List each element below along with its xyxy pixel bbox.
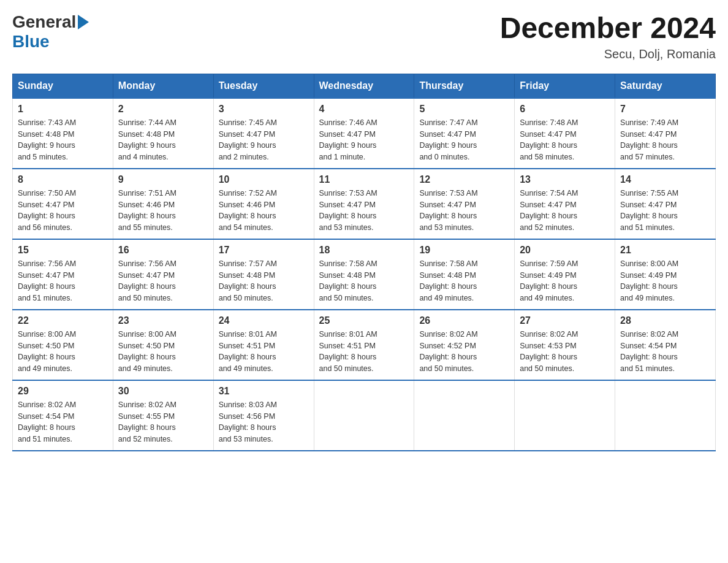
day-number: 19 (419, 245, 509, 256)
calendar-day-cell: 24Sunrise: 8:01 AMSunset: 4:51 PMDayligh… (213, 310, 314, 380)
day-info: Sunrise: 7:59 AMSunset: 4:49 PMDaylight:… (520, 258, 610, 304)
day-number: 29 (18, 386, 108, 397)
day-info: Sunrise: 8:00 AMSunset: 4:50 PMDaylight:… (118, 329, 208, 375)
calendar-day-cell: 5Sunrise: 7:47 AMSunset: 4:47 PMDaylight… (414, 98, 515, 169)
logo-blue-text: Blue (12, 32, 50, 51)
day-number: 6 (520, 104, 610, 115)
day-info: Sunrise: 8:02 AMSunset: 4:53 PMDaylight:… (520, 329, 610, 375)
logo: General Blue (12, 12, 89, 52)
day-number: 8 (18, 174, 108, 185)
day-number: 21 (620, 245, 710, 256)
title-section: December 2024 Secu, Dolj, Romania (500, 12, 716, 61)
calendar-day-cell (615, 380, 716, 451)
day-number: 7 (620, 104, 710, 115)
day-number: 1 (18, 104, 108, 115)
day-info: Sunrise: 7:58 AMSunset: 4:48 PMDaylight:… (419, 258, 509, 304)
day-number: 23 (118, 315, 208, 326)
calendar-day-cell: 28Sunrise: 8:02 AMSunset: 4:54 PMDayligh… (615, 310, 716, 380)
day-number: 3 (219, 104, 309, 115)
calendar-day-cell: 9Sunrise: 7:51 AMSunset: 4:46 PMDaylight… (113, 169, 213, 239)
day-number: 5 (419, 104, 509, 115)
calendar-week-row: 15Sunrise: 7:56 AMSunset: 4:47 PMDayligh… (13, 239, 716, 310)
calendar-day-cell (314, 380, 414, 451)
logo-arrow-icon (78, 15, 89, 29)
day-info: Sunrise: 7:46 AMSunset: 4:47 PMDaylight:… (319, 117, 409, 163)
day-info: Sunrise: 7:51 AMSunset: 4:46 PMDaylight:… (118, 188, 208, 234)
day-info: Sunrise: 7:56 AMSunset: 4:47 PMDaylight:… (118, 258, 208, 304)
day-number: 4 (319, 104, 409, 115)
calendar-day-cell: 1Sunrise: 7:43 AMSunset: 4:48 PMDaylight… (13, 98, 113, 169)
day-info: Sunrise: 7:55 AMSunset: 4:47 PMDaylight:… (620, 188, 710, 234)
day-info: Sunrise: 7:45 AMSunset: 4:47 PMDaylight:… (219, 117, 309, 163)
col-wednesday: Wednesday (314, 74, 414, 98)
day-info: Sunrise: 7:58 AMSunset: 4:48 PMDaylight:… (319, 258, 409, 304)
col-friday: Friday (515, 74, 615, 98)
day-info: Sunrise: 8:00 AMSunset: 4:50 PMDaylight:… (18, 329, 108, 375)
calendar-day-cell: 13Sunrise: 7:54 AMSunset: 4:47 PMDayligh… (515, 169, 615, 239)
calendar-day-cell: 21Sunrise: 8:00 AMSunset: 4:49 PMDayligh… (615, 239, 716, 310)
day-number: 31 (219, 386, 309, 397)
day-info: Sunrise: 7:52 AMSunset: 4:46 PMDaylight:… (219, 188, 309, 234)
day-info: Sunrise: 8:01 AMSunset: 4:51 PMDaylight:… (319, 329, 409, 375)
day-number: 2 (118, 104, 208, 115)
day-info: Sunrise: 8:02 AMSunset: 4:54 PMDaylight:… (18, 399, 108, 445)
col-thursday: Thursday (414, 74, 515, 98)
day-info: Sunrise: 7:44 AMSunset: 4:48 PMDaylight:… (118, 117, 208, 163)
calendar-day-cell: 17Sunrise: 7:57 AMSunset: 4:48 PMDayligh… (213, 239, 314, 310)
col-sunday: Sunday (13, 74, 113, 98)
day-info: Sunrise: 8:02 AMSunset: 4:52 PMDaylight:… (419, 329, 509, 375)
day-info: Sunrise: 7:53 AMSunset: 4:47 PMDaylight:… (419, 188, 509, 234)
calendar-day-cell: 22Sunrise: 8:00 AMSunset: 4:50 PMDayligh… (13, 310, 113, 380)
day-number: 12 (419, 174, 509, 185)
day-number: 25 (319, 315, 409, 326)
calendar-day-cell: 8Sunrise: 7:50 AMSunset: 4:47 PMDaylight… (13, 169, 113, 239)
day-number: 14 (620, 174, 710, 185)
day-info: Sunrise: 7:50 AMSunset: 4:47 PMDaylight:… (18, 188, 108, 234)
day-number: 17 (219, 245, 309, 256)
calendar-day-cell: 12Sunrise: 7:53 AMSunset: 4:47 PMDayligh… (414, 169, 515, 239)
day-number: 13 (520, 174, 610, 185)
calendar-day-cell: 19Sunrise: 7:58 AMSunset: 4:48 PMDayligh… (414, 239, 515, 310)
day-info: Sunrise: 7:49 AMSunset: 4:47 PMDaylight:… (620, 117, 710, 163)
col-tuesday: Tuesday (213, 74, 314, 98)
calendar-week-row: 22Sunrise: 8:00 AMSunset: 4:50 PMDayligh… (13, 310, 716, 380)
calendar-day-cell (515, 380, 615, 451)
calendar-day-cell: 16Sunrise: 7:56 AMSunset: 4:47 PMDayligh… (113, 239, 213, 310)
calendar-table: Sunday Monday Tuesday Wednesday Thursday… (12, 74, 716, 451)
page-header: General Blue December 2024 Secu, Dolj, R… (12, 12, 716, 61)
day-number: 28 (620, 315, 710, 326)
day-number: 30 (118, 386, 208, 397)
col-saturday: Saturday (615, 74, 716, 98)
calendar-day-cell: 29Sunrise: 8:02 AMSunset: 4:54 PMDayligh… (13, 380, 113, 451)
calendar-day-cell: 31Sunrise: 8:03 AMSunset: 4:56 PMDayligh… (213, 380, 314, 451)
day-info: Sunrise: 8:03 AMSunset: 4:56 PMDaylight:… (219, 399, 309, 445)
day-info: Sunrise: 8:00 AMSunset: 4:49 PMDaylight:… (620, 258, 710, 304)
calendar-day-cell: 23Sunrise: 8:00 AMSunset: 4:50 PMDayligh… (113, 310, 213, 380)
day-number: 16 (118, 245, 208, 256)
day-number: 18 (319, 245, 409, 256)
day-number: 11 (319, 174, 409, 185)
calendar-day-cell: 26Sunrise: 8:02 AMSunset: 4:52 PMDayligh… (414, 310, 515, 380)
logo-general-text: General (12, 12, 76, 32)
day-info: Sunrise: 7:47 AMSunset: 4:47 PMDaylight:… (419, 117, 509, 163)
calendar-day-cell: 25Sunrise: 8:01 AMSunset: 4:51 PMDayligh… (314, 310, 414, 380)
day-number: 9 (118, 174, 208, 185)
day-number: 22 (18, 315, 108, 326)
calendar-day-cell: 27Sunrise: 8:02 AMSunset: 4:53 PMDayligh… (515, 310, 615, 380)
calendar-header-row: Sunday Monday Tuesday Wednesday Thursday… (13, 74, 716, 98)
day-info: Sunrise: 8:02 AMSunset: 4:54 PMDaylight:… (620, 329, 710, 375)
col-monday: Monday (113, 74, 213, 98)
calendar-day-cell: 20Sunrise: 7:59 AMSunset: 4:49 PMDayligh… (515, 239, 615, 310)
calendar-day-cell: 3Sunrise: 7:45 AMSunset: 4:47 PMDaylight… (213, 98, 314, 169)
day-info: Sunrise: 8:02 AMSunset: 4:55 PMDaylight:… (118, 399, 208, 445)
calendar-week-row: 1Sunrise: 7:43 AMSunset: 4:48 PMDaylight… (13, 98, 716, 169)
calendar-day-cell: 15Sunrise: 7:56 AMSunset: 4:47 PMDayligh… (13, 239, 113, 310)
day-info: Sunrise: 7:54 AMSunset: 4:47 PMDaylight:… (520, 188, 610, 234)
day-info: Sunrise: 7:57 AMSunset: 4:48 PMDaylight:… (219, 258, 309, 304)
calendar-day-cell: 14Sunrise: 7:55 AMSunset: 4:47 PMDayligh… (615, 169, 716, 239)
day-number: 26 (419, 315, 509, 326)
sub-title: Secu, Dolj, Romania (500, 47, 716, 61)
calendar-day-cell: 4Sunrise: 7:46 AMSunset: 4:47 PMDaylight… (314, 98, 414, 169)
calendar-day-cell: 10Sunrise: 7:52 AMSunset: 4:46 PMDayligh… (213, 169, 314, 239)
day-number: 10 (219, 174, 309, 185)
